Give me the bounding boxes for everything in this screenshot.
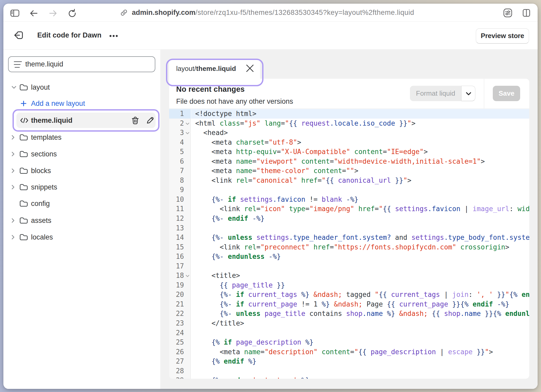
forward-button-icon[interactable] bbox=[49, 10, 57, 17]
line-number: 15 bbox=[169, 242, 184, 252]
gutter-cell: 13 bbox=[169, 223, 191, 233]
line-number: 13 bbox=[169, 223, 184, 233]
gutter-cell: 8 bbox=[169, 176, 191, 185]
code-file-icon bbox=[20, 118, 28, 123]
more-actions-icon[interactable] bbox=[108, 31, 121, 41]
editor-panel: No recent changes File does not have any… bbox=[169, 79, 529, 379]
line-number: 8 bbox=[169, 176, 184, 185]
folder-item-locales[interactable]: locales bbox=[3, 231, 160, 243]
chevron-right-icon bbox=[11, 152, 15, 157]
chevron-right-icon bbox=[11, 218, 15, 223]
folder-item-label: assets bbox=[31, 217, 51, 225]
folder-item-blocks[interactable]: blocks bbox=[3, 165, 160, 176]
folder-item-label: layout bbox=[31, 83, 50, 91]
fold-chevron-icon[interactable] bbox=[186, 275, 189, 277]
code-line-text: {%- if current_page != 1 %} &ndash; Page… bbox=[195, 299, 509, 309]
editor-panel-header: No recent changes File does not have any… bbox=[169, 79, 529, 109]
line-number: 3 bbox=[169, 128, 184, 138]
code-editor[interactable]: 1<!doctype html>2<html class="js" lang="… bbox=[169, 109, 529, 379]
edit-icon[interactable] bbox=[146, 116, 154, 124]
code-line-text: <html class="js" lang="{{ request.locale… bbox=[195, 119, 415, 128]
line-number: 17 bbox=[169, 261, 184, 271]
folder-item-label: blocks bbox=[31, 167, 51, 175]
code-line-21: 21 {%- if current_page != 1 %} &ndash; P… bbox=[169, 299, 529, 309]
gutter-cell: 24 bbox=[169, 328, 191, 338]
code-line-text: {%- endunless -%} bbox=[195, 252, 281, 261]
folder-item-label: snippets bbox=[31, 183, 57, 191]
code-line-11: 11 <link rel="icon" type="image/png" hre… bbox=[169, 204, 529, 214]
format-liquid-dropdown[interactable] bbox=[461, 86, 475, 101]
link-icon bbox=[120, 9, 127, 16]
editor-tab[interactable]: layout/theme.liquid bbox=[169, 59, 260, 80]
code-line-22: 22 {%- unless page_title contains shop.n… bbox=[169, 309, 529, 318]
code-line-2: 2<html class="js" lang="{{ request.local… bbox=[169, 119, 529, 128]
line-number: 20 bbox=[169, 290, 184, 299]
code-line-15: 15 <link rel="preconnect" href="https://… bbox=[169, 242, 529, 252]
folder-icon bbox=[20, 200, 28, 207]
folder-icon bbox=[20, 151, 28, 158]
folder-icon bbox=[20, 84, 28, 91]
line-number: 24 bbox=[169, 328, 184, 338]
folder-item-snippets[interactable]: snippets bbox=[3, 181, 160, 193]
folder-item-config[interactable]: config bbox=[3, 198, 160, 209]
code-line-18: 18 <title> bbox=[169, 271, 529, 280]
preview-store-button[interactable]: Preview store bbox=[476, 28, 529, 44]
code-line-9: 9 bbox=[169, 185, 529, 195]
gutter-cell: 5 bbox=[169, 147, 191, 157]
code-line-text: {%- if current_tags %} &ndash; tagged "{… bbox=[195, 290, 529, 299]
add-new-layout-link[interactable]: Add a new layout bbox=[3, 98, 160, 109]
code-line-text: <link rel="icon" type="image/png" href="… bbox=[195, 204, 529, 214]
gutter-cell: 6 bbox=[169, 157, 191, 166]
code-line-20: 20 {%- if current_tags %} &ndash; tagged… bbox=[169, 290, 529, 299]
page-settings-icon[interactable] bbox=[503, 8, 512, 17]
code-line-text: <link rel="canonical" href="{{ canonical… bbox=[195, 176, 411, 185]
gutter-cell: 25 bbox=[169, 338, 191, 347]
code-line-26: 26 <meta name="description" content="{{ … bbox=[169, 347, 529, 357]
delete-icon[interactable] bbox=[131, 116, 139, 124]
line-number: 9 bbox=[169, 185, 184, 195]
format-liquid-button[interactable]: Format liquid bbox=[410, 86, 461, 101]
file-item-label: theme.liquid bbox=[31, 116, 72, 124]
address-bar[interactable]: admin.shopify.com/store/rzq1xu-f5/themes… bbox=[120, 4, 414, 21]
folder-item-sections[interactable]: sections bbox=[3, 148, 160, 160]
file-item-theme.liquid[interactable]: theme.liquid bbox=[16, 113, 156, 128]
line-number: 4 bbox=[169, 138, 184, 147]
folder-item-layout[interactable]: layout bbox=[3, 82, 160, 93]
line-number: 14 bbox=[169, 233, 184, 242]
code-line-24: 24 bbox=[169, 328, 529, 338]
chevron-right-icon bbox=[11, 135, 15, 140]
split-view-icon[interactable] bbox=[523, 9, 530, 17]
code-line-text: <head> bbox=[195, 128, 228, 138]
save-button[interactable]: Save bbox=[493, 86, 520, 101]
folder-item-templates[interactable]: templates bbox=[3, 132, 160, 143]
code-line-14: 14 {%- unless settings.type_header_font.… bbox=[169, 233, 529, 242]
code-line-text: {%- if settings.favicon != blank -%} bbox=[195, 195, 358, 204]
line-number: 28 bbox=[169, 366, 184, 376]
folder-item-assets[interactable]: assets bbox=[3, 215, 160, 226]
fold-chevron-icon[interactable] bbox=[186, 123, 189, 125]
gutter-cell: 7 bbox=[169, 166, 191, 176]
folder-icon bbox=[20, 167, 28, 174]
sidebar-toggle-icon[interactable] bbox=[10, 10, 19, 17]
tab-close-icon[interactable] bbox=[245, 63, 255, 73]
chevron-down-icon bbox=[11, 86, 16, 89]
gutter-cell: 1 bbox=[169, 109, 191, 119]
exit-icon[interactable] bbox=[14, 31, 23, 39]
line-number: 19 bbox=[169, 280, 184, 290]
line-number: 23 bbox=[169, 318, 184, 328]
code-line-text: <meta name="theme-color" content=""> bbox=[195, 166, 358, 176]
code-line-text: <title> bbox=[195, 271, 240, 280]
fold-chevron-icon[interactable] bbox=[186, 132, 189, 134]
code-line-29: 29 {% render 'meta-tags' %} bbox=[169, 376, 529, 379]
line-number: 29 bbox=[169, 376, 184, 379]
code-line-10: 10 {%- if settings.favicon != blank -%} bbox=[169, 195, 529, 204]
plus-icon bbox=[21, 101, 27, 107]
gutter-cell: 23 bbox=[169, 318, 191, 328]
reload-icon[interactable] bbox=[68, 9, 77, 17]
line-number: 22 bbox=[169, 309, 184, 318]
code-line-6: 6 <meta name="viewport" content="width=d… bbox=[169, 157, 529, 166]
code-line-text: {% endif %} bbox=[195, 357, 256, 366]
back-button-icon[interactable] bbox=[30, 10, 38, 17]
code-line-16: 16 {%- endunless -%} bbox=[169, 252, 529, 261]
code-line-12: 12 {%- endif -%} bbox=[169, 214, 529, 223]
